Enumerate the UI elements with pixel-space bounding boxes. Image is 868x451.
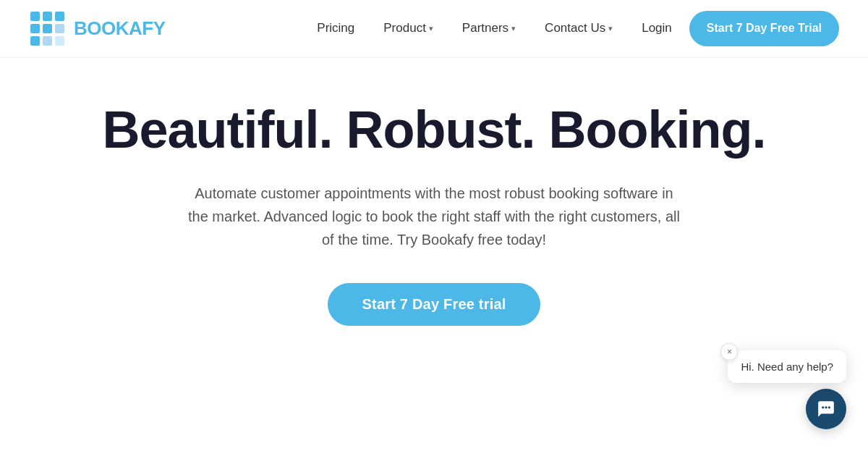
partners-chevron-icon: ▾ [511, 24, 516, 33]
svg-rect-8 [55, 36, 64, 46]
bookafy-logo-icon [29, 10, 67, 48]
nav-login[interactable]: Login [630, 15, 684, 41]
chat-close-button[interactable]: × [720, 343, 738, 361]
nav-pricing[interactable]: Pricing [305, 15, 366, 41]
hero-trial-button[interactable]: Start 7 Day Free trial [328, 283, 541, 326]
svg-point-9 [822, 406, 824, 408]
svg-point-10 [825, 406, 827, 408]
hero-title: Beautiful. Robust. Booking. [103, 101, 766, 159]
logo[interactable]: BOOKAFY [29, 10, 166, 48]
hero-subtitle: Automate customer appointments with the … [188, 182, 680, 251]
chat-icon [817, 400, 835, 418]
chat-bubble-text: Hi. Need any help? [741, 361, 833, 373]
chat-widget: × Hi. Need any help? [728, 350, 846, 429]
product-chevron-icon: ▾ [429, 24, 433, 33]
main-nav: Pricing Product ▾ Partners ▾ Contact Us … [305, 11, 839, 46]
svg-rect-7 [43, 36, 52, 46]
svg-rect-1 [43, 12, 52, 21]
header: BOOKAFY Pricing Product ▾ Partners ▾ Con… [0, 0, 868, 58]
nav-partners[interactable]: Partners ▾ [451, 15, 527, 41]
chat-open-button[interactable] [806, 389, 846, 429]
svg-rect-3 [30, 24, 40, 33]
svg-point-11 [828, 406, 830, 408]
hero-section: Beautiful. Robust. Booking. Automate cus… [0, 58, 868, 355]
svg-rect-5 [55, 24, 64, 33]
logo-text: BOOKAFY [74, 17, 166, 40]
header-trial-button[interactable]: Start 7 Day Free Trial [689, 11, 839, 46]
svg-rect-6 [30, 36, 40, 46]
contact-chevron-icon: ▾ [608, 24, 613, 33]
chat-bubble: × Hi. Need any help? [728, 350, 846, 383]
svg-rect-0 [30, 12, 40, 21]
svg-rect-4 [43, 24, 52, 33]
nav-contact-us[interactable]: Contact Us ▾ [533, 15, 624, 41]
nav-product[interactable]: Product ▾ [372, 15, 445, 41]
svg-rect-2 [55, 12, 64, 21]
